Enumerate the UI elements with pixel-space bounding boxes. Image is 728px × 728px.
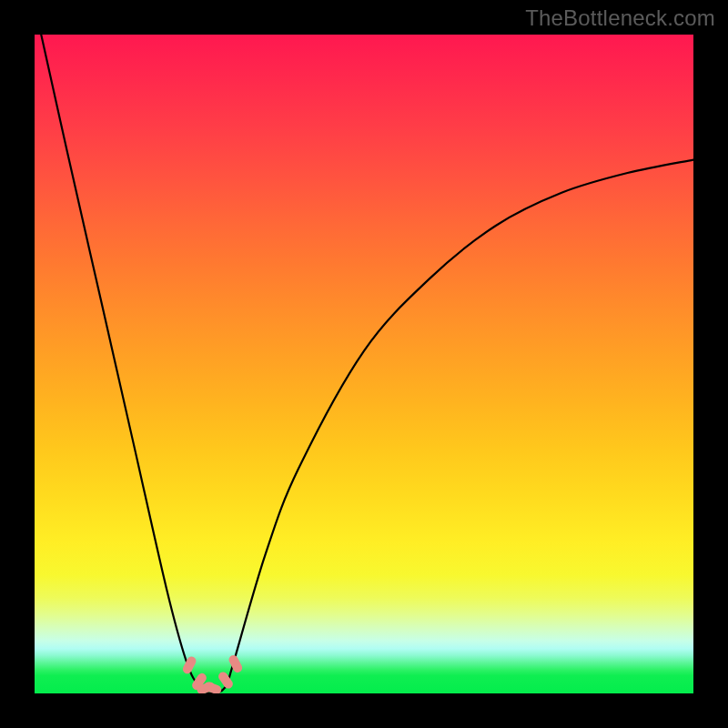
watermark-text: TheBottleneck.com: [525, 5, 715, 31]
bottleneck-curve: [41, 35, 693, 693]
curve-svg: [35, 35, 693, 693]
plot-area: [35, 35, 693, 693]
highlight-marker: [181, 655, 197, 675]
chart-container: TheBottleneck.com: [0, 0, 728, 728]
highlight-marker: [228, 653, 244, 673]
